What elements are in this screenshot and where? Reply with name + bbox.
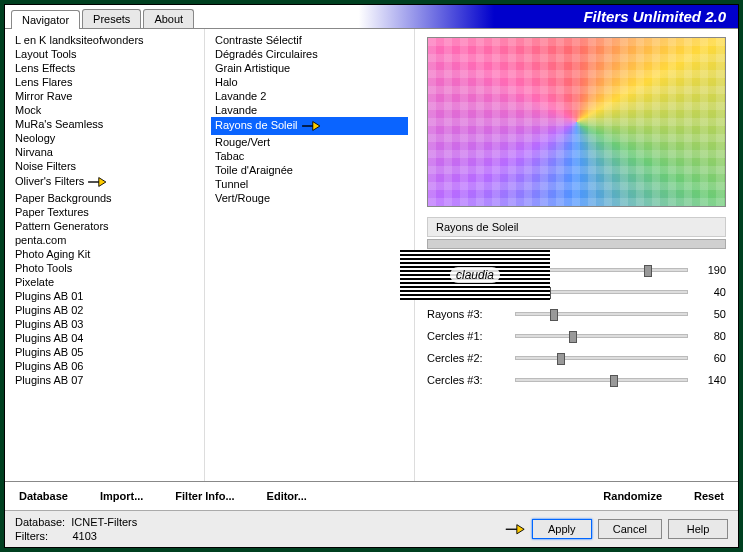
filter-item[interactable]: Grain Artistique (211, 61, 408, 75)
param-label: Cercles #1: (427, 330, 507, 342)
database-button[interactable]: Database (15, 488, 72, 504)
category-item[interactable]: Nirvana (11, 145, 202, 159)
cancel-button[interactable]: Cancel (598, 519, 662, 539)
category-item[interactable]: Lens Flares (11, 75, 202, 89)
editor-button[interactable]: Editor... (263, 488, 311, 504)
pointer-icon (504, 521, 526, 537)
category-item[interactable]: Plugins AB 01 (11, 289, 202, 303)
app-window: Navigator Presets About Filters Unlimite… (4, 4, 739, 548)
param-slider[interactable] (515, 356, 688, 360)
filter-item[interactable]: Dégradés Circulaires (211, 47, 408, 61)
param-row: Cercles #1:80 (427, 325, 726, 347)
pointer-icon (300, 118, 322, 134)
category-item[interactable]: Layout Tools (11, 47, 202, 61)
tab-presets[interactable]: Presets (82, 9, 141, 28)
filter-item[interactable]: Toile d'Araignée (211, 163, 408, 177)
filter-item[interactable]: Contraste Sélectif (211, 33, 408, 47)
reset-button[interactable]: Reset (690, 488, 728, 504)
tab-navigator[interactable]: Navigator (11, 10, 80, 29)
param-value: 50 (696, 308, 726, 320)
category-item[interactable]: Plugins AB 04 (11, 331, 202, 345)
tab-about[interactable]: About (143, 9, 194, 28)
header: Navigator Presets About Filters Unlimite… (5, 5, 738, 29)
footer: Database: ICNET-Filters Filters: 4103 Ap… (5, 510, 738, 547)
param-value: 80 (696, 330, 726, 342)
category-item[interactable]: Plugins AB 02 (11, 303, 202, 317)
param-label: Cercles #3: (427, 374, 507, 386)
category-item[interactable]: Pixelate (11, 275, 202, 289)
param-row: Cercles #2:60 (427, 347, 726, 369)
pointer-icon (86, 174, 108, 190)
category-item[interactable]: Plugins AB 06 (11, 359, 202, 373)
category-item[interactable]: Pattern Generators (11, 219, 202, 233)
category-item[interactable]: Mock (11, 103, 202, 117)
category-item[interactable]: Plugins AB 03 (11, 317, 202, 331)
help-button[interactable]: Help (668, 519, 728, 539)
filter-item[interactable]: Tabac (211, 149, 408, 163)
param-value: 140 (696, 374, 726, 386)
category-list[interactable]: L en K landksiteofwondersLayout ToolsLen… (5, 29, 205, 481)
filter-item[interactable]: Lavande 2 (211, 89, 408, 103)
param-value: 60 (696, 352, 726, 364)
category-item[interactable]: Photo Tools (11, 261, 202, 275)
import-button[interactable]: Import... (96, 488, 147, 504)
apply-button[interactable]: Apply (532, 519, 592, 539)
category-item[interactable]: Paper Backgrounds (11, 191, 202, 205)
app-title: Filters Unlimited 2.0 (196, 5, 738, 28)
footer-info: Database: ICNET-Filters Filters: 4103 (15, 515, 502, 543)
category-item[interactable]: MuRa's Seamless (11, 117, 202, 131)
category-item[interactable]: Paper Textures (11, 205, 202, 219)
filter-item[interactable]: Rouge/Vert (211, 135, 408, 149)
param-slider[interactable] (515, 312, 688, 316)
param-label: Rayons #3: (427, 308, 507, 320)
progress-bar (427, 239, 726, 249)
category-item[interactable]: Plugins AB 05 (11, 345, 202, 359)
param-slider[interactable] (515, 334, 688, 338)
filter-item[interactable]: Lavande (211, 103, 408, 117)
filter-item[interactable]: Rayons de Soleil (211, 117, 408, 135)
param-value: 190 (696, 264, 726, 276)
param-slider[interactable] (515, 378, 688, 382)
param-row: Rayons #3:50 (427, 303, 726, 325)
category-item[interactable]: Lens Effects (11, 61, 202, 75)
category-item[interactable]: Plugins AB 07 (11, 373, 202, 387)
category-item[interactable]: Photo Aging Kit (11, 247, 202, 261)
filter-item[interactable]: Tunnel (211, 177, 408, 191)
randomize-button[interactable]: Randomize (599, 488, 666, 504)
param-value: 40 (696, 286, 726, 298)
main-area: L en K landksiteofwondersLayout ToolsLen… (5, 29, 738, 481)
category-item[interactable]: Oliver's Filters (11, 173, 202, 191)
category-item[interactable]: penta.com (11, 233, 202, 247)
filter-item[interactable]: Halo (211, 75, 408, 89)
tab-bar: Navigator Presets About (5, 9, 196, 28)
param-label: Cercles #2: (427, 352, 507, 364)
toolbar: Database Import... Filter Info... Editor… (5, 481, 738, 510)
selected-filter-name: Rayons de Soleil (427, 217, 726, 237)
category-item[interactable]: L en K landksiteofwonders (11, 33, 202, 47)
watermark-overlay: claudia (400, 250, 550, 300)
filter-item[interactable]: Vert/Rouge (211, 191, 408, 205)
category-item[interactable]: Mirror Rave (11, 89, 202, 103)
category-item[interactable]: Neology (11, 131, 202, 145)
filter-info-button[interactable]: Filter Info... (171, 488, 238, 504)
category-item[interactable]: Noise Filters (11, 159, 202, 173)
param-row: Cercles #3:140 (427, 369, 726, 391)
filter-preview-image (427, 37, 726, 207)
filter-list[interactable]: Contraste SélectifDégradés CirculairesGr… (205, 29, 415, 481)
